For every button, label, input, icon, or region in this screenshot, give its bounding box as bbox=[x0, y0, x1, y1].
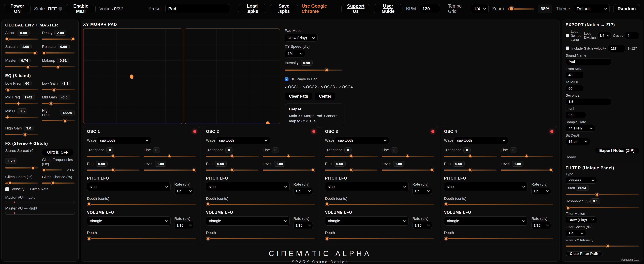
slider-thumb[interactable] bbox=[566, 206, 570, 210]
mid-gain-slider[interactable] bbox=[42, 101, 75, 106]
volume-lfo-wave-select[interactable]: triangle bbox=[206, 216, 290, 226]
pitch-rate-select[interactable]: 1/4 bbox=[532, 188, 551, 195]
zoom-slider-thumb[interactable] bbox=[509, 6, 514, 11]
level-slider[interactable] bbox=[263, 168, 315, 172]
transpose-slider[interactable] bbox=[444, 154, 497, 158]
pitch-lfo-wave-select[interactable]: sine bbox=[444, 182, 528, 191]
slider-thumb[interactable] bbox=[87, 203, 91, 206]
makeup-slider[interactable] bbox=[42, 64, 75, 69]
glitch-toggle-button[interactable]: Glitch: OFF bbox=[42, 148, 74, 156]
support-us-button[interactable]: Support Us bbox=[342, 4, 370, 13]
slider-thumb[interactable] bbox=[231, 154, 234, 158]
slider-thumb[interactable] bbox=[57, 65, 60, 68]
slider-thumb[interactable] bbox=[430, 168, 434, 172]
slider-thumb[interactable] bbox=[469, 168, 472, 172]
slider-thumb[interactable] bbox=[42, 51, 46, 54]
slider-thumb[interactable] bbox=[444, 237, 448, 240]
high-gain-slider[interactable] bbox=[5, 132, 38, 137]
slider-thumb[interactable] bbox=[112, 154, 115, 158]
slider-thumb[interactable] bbox=[112, 168, 115, 172]
osc-wave-select[interactable]: sawtooth bbox=[454, 136, 508, 144]
xy-cursor-dot[interactable] bbox=[266, 122, 270, 124]
slider-thumb[interactable] bbox=[406, 154, 409, 158]
sample-rate-select[interactable]: 44.1 kHz bbox=[566, 125, 595, 132]
fine-slider[interactable] bbox=[382, 154, 434, 158]
slider-thumb[interactable] bbox=[606, 244, 609, 248]
attack-slider[interactable] bbox=[5, 37, 38, 41]
pitch-lfo-wave-select[interactable]: sine bbox=[206, 182, 290, 191]
tempo-grid-select[interactable]: 1/4 bbox=[471, 4, 488, 13]
volume-rate-select[interactable]: 1/16 bbox=[412, 222, 432, 229]
xy-speed-select[interactable]: 1/4 bbox=[285, 50, 305, 58]
slider-thumb[interactable] bbox=[42, 168, 46, 172]
theme-select[interactable]: Default bbox=[574, 4, 610, 13]
volume-lfo-wave-select[interactable]: triangle bbox=[325, 216, 409, 226]
filter-type-select[interactable]: lowpass bbox=[566, 177, 597, 184]
osc-wave-select[interactable]: sawtooth bbox=[97, 136, 151, 144]
pan-slider[interactable] bbox=[87, 168, 140, 172]
glitch-chance-slider[interactable] bbox=[42, 181, 75, 185]
filter-motion-select[interactable]: Draw (Play) bbox=[566, 216, 597, 223]
slider-thumb[interactable] bbox=[287, 154, 290, 158]
slider-thumb[interactable] bbox=[17, 102, 20, 105]
slider-thumb[interactable] bbox=[444, 203, 448, 206]
slider-thumb[interactable] bbox=[71, 38, 74, 41]
cycles-input[interactable] bbox=[624, 32, 639, 39]
high-freq-slider[interactable] bbox=[42, 118, 75, 123]
pitch-depth-slider[interactable] bbox=[206, 202, 315, 206]
velocity-glitch-checkbox[interactable] bbox=[5, 187, 9, 191]
transpose-slider[interactable] bbox=[87, 154, 140, 158]
pitch-lfo-wave-select[interactable]: sine bbox=[325, 182, 409, 191]
decay-slider[interactable] bbox=[42, 37, 75, 41]
slider-thumb[interactable] bbox=[168, 154, 171, 158]
slider-thumb[interactable] bbox=[325, 68, 328, 72]
pitch-rate-select[interactable]: 1/4 bbox=[174, 188, 194, 195]
slider-thumb[interactable] bbox=[63, 119, 66, 122]
wave3d-checkbox[interactable] bbox=[285, 78, 288, 81]
clear-filter-path-button[interactable]: Clear Filter Path bbox=[566, 251, 602, 256]
slider-thumb[interactable] bbox=[231, 168, 234, 172]
level-slider[interactable] bbox=[382, 168, 434, 172]
slider-thumb[interactable] bbox=[596, 193, 599, 196]
to-midi-input[interactable] bbox=[566, 85, 583, 92]
transpose-slider[interactable] bbox=[206, 154, 258, 158]
pitch-lfo-wave-select[interactable]: sine bbox=[87, 182, 170, 191]
osc-wave-select[interactable]: sawtooth bbox=[216, 136, 270, 144]
slider-thumb[interactable] bbox=[31, 166, 35, 170]
low-gain-slider[interactable] bbox=[42, 88, 75, 92]
export-notes-button[interactable]: Export Notes (ZIP) bbox=[595, 148, 639, 153]
pitch-depth-slider[interactable] bbox=[444, 202, 553, 206]
volume-depth-slider[interactable] bbox=[87, 236, 196, 241]
zoom-slider[interactable] bbox=[508, 6, 534, 11]
slider-thumb[interactable] bbox=[50, 102, 53, 105]
pitch-rate-select[interactable]: 1/4 bbox=[293, 188, 313, 195]
slider-thumb[interactable] bbox=[206, 203, 210, 206]
seconds-input[interactable] bbox=[566, 98, 611, 105]
low-freq-slider[interactable] bbox=[5, 88, 38, 92]
slider-thumb[interactable] bbox=[6, 38, 9, 41]
user-guide-button[interactable]: User Guide bbox=[374, 4, 402, 13]
slider-thumb[interactable] bbox=[6, 116, 9, 119]
pan-slider[interactable] bbox=[325, 168, 378, 172]
filter-speed-select[interactable]: 1/4 bbox=[566, 230, 586, 236]
glitch-freq-slider[interactable] bbox=[42, 168, 62, 172]
volume-rate-select[interactable]: 1/16 bbox=[174, 222, 194, 229]
bit-depth-select[interactable]: 16-bit bbox=[566, 138, 590, 145]
glitch-depth-slider[interactable] bbox=[5, 181, 38, 185]
slider-thumb[interactable] bbox=[325, 203, 329, 206]
slider-thumb[interactable] bbox=[6, 88, 10, 91]
slider-thumb[interactable] bbox=[52, 88, 56, 91]
cutoff-slider[interactable] bbox=[566, 192, 639, 197]
enable-midi-button[interactable]: Enable MIDI bbox=[66, 4, 96, 13]
include-glitch-velocity-checkbox[interactable] bbox=[566, 46, 569, 50]
slider-thumb[interactable] bbox=[192, 168, 196, 172]
loop-tempo-sync-checkbox[interactable] bbox=[566, 34, 569, 38]
slider-thumb[interactable] bbox=[8, 182, 12, 185]
intensity-slider[interactable] bbox=[285, 68, 342, 72]
glitch-velocity-input[interactable] bbox=[608, 45, 626, 52]
pitch-depth-slider[interactable] bbox=[87, 202, 196, 206]
volume-rate-select[interactable]: 1/16 bbox=[532, 222, 551, 229]
sound-name-input[interactable] bbox=[566, 58, 611, 65]
pan-slider[interactable] bbox=[444, 168, 497, 172]
slider-thumb[interactable] bbox=[312, 168, 315, 172]
